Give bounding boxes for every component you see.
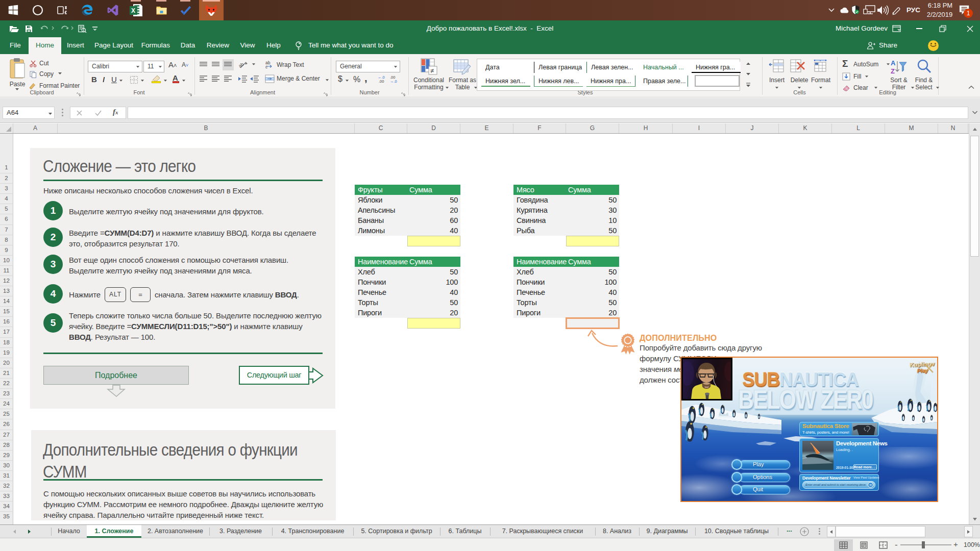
svg-text:X: X: [131, 7, 135, 14]
svg-text:Z: Z: [891, 67, 895, 75]
svg-text:≠: ≠: [430, 67, 434, 74]
svg-text:→.0: →.0: [390, 79, 397, 83]
svg-text:ab: ab: [239, 62, 244, 69]
svg-text:A: A: [891, 59, 896, 67]
svg-text:.00: .00: [379, 79, 384, 83]
